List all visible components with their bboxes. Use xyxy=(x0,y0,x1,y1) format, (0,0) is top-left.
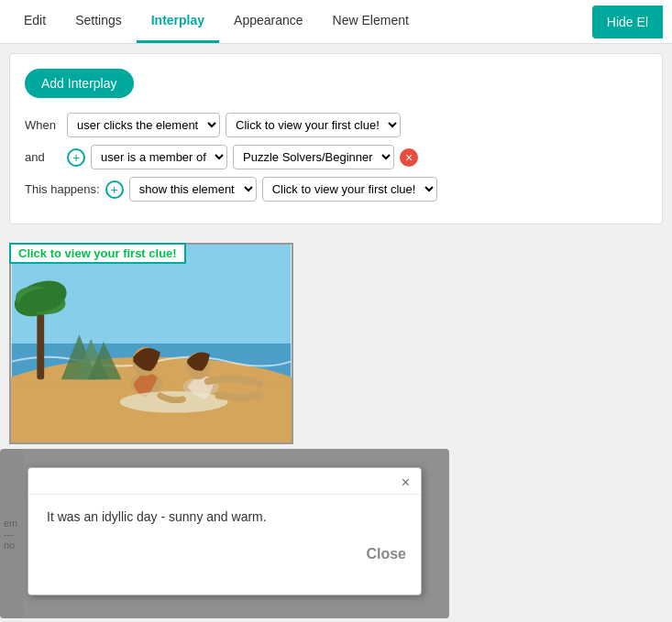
element-preview: Click to view your first clue! xyxy=(9,243,293,447)
and-row: and + user is a member of Puzzle Solvers… xyxy=(25,145,647,169)
add-condition-button[interactable]: + xyxy=(67,148,85,167)
happens-action-select[interactable]: show this element xyxy=(129,177,257,202)
element-label: Click to view your first clue! xyxy=(9,243,186,264)
when-row: When user clicks the element Click to vi… xyxy=(25,113,647,137)
this-happens-row: This happens: + show this element Click … xyxy=(25,177,647,202)
modal-overlay: × It was an idyllic day - sunny and warm… xyxy=(0,449,449,618)
tab-settings[interactable]: Settings xyxy=(61,0,137,43)
tab-edit[interactable]: Edit xyxy=(9,0,61,43)
when-label: When xyxy=(25,118,61,132)
add-interplay-button[interactable]: Add Interplay xyxy=(25,69,134,98)
modal-header: × xyxy=(28,468,421,495)
interplay-panel: Add Interplay When user clicks the eleme… xyxy=(9,53,663,224)
beach-image xyxy=(9,243,293,444)
tab-interplay[interactable]: Interplay xyxy=(137,0,219,43)
condition-type-select[interactable]: user is a member of xyxy=(91,145,227,169)
modal-box: × It was an idyllic day - sunny and warm… xyxy=(28,467,422,595)
and-label: and xyxy=(25,150,61,164)
this-happens-label: This happens: xyxy=(25,182,100,196)
modal-close-button[interactable]: Close xyxy=(366,546,406,562)
add-happens-button[interactable]: + xyxy=(105,180,124,199)
modal-footer: Close xyxy=(28,539,421,570)
hide-element-button[interactable]: Hide El xyxy=(592,5,663,38)
when-action-select[interactable]: Click to view your first clue! xyxy=(226,113,401,137)
when-trigger-select[interactable]: user clicks the element xyxy=(67,113,220,137)
top-nav: Edit Settings Interplay Appearance New E… xyxy=(0,0,672,44)
happens-target-select[interactable]: Click to view your first clue! xyxy=(262,177,437,202)
tab-appearance[interactable]: Appearance xyxy=(219,0,318,43)
condition-value-select[interactable]: Puzzle Solvers/Beginner xyxy=(233,145,394,169)
modal-body: It was an idyllic day - sunny and warm. xyxy=(28,495,421,539)
remove-condition-button[interactable]: × xyxy=(400,148,418,167)
modal-body-text: It was an idyllic day - sunny and warm. xyxy=(47,509,267,524)
modal-close-x-button[interactable]: × xyxy=(402,475,410,490)
tab-new-element[interactable]: New Element xyxy=(318,0,424,43)
